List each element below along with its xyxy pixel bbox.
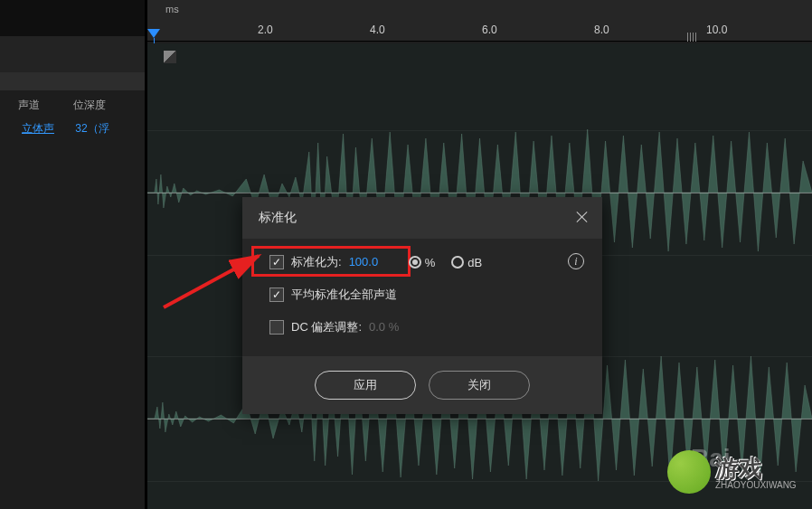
apply-button[interactable]: 应用 [315,371,416,400]
ruler-unit: ms [165,4,179,14]
ruler-tick: 4.0 [370,24,385,36]
dc-offset-value: 0.0 % [369,320,405,335]
unit-percent-label: % [425,256,436,269]
sidebar-file-row[interactable]: 立体声 32（浮 [0,121,145,141]
normalize-value-input[interactable]: 100.0 [349,255,385,269]
close-icon[interactable] [575,210,590,224]
close-button[interactable]: 关闭 [429,371,530,400]
col-bitdepth-header[interactable]: 位深度 [42,98,106,113]
avg-normalize-checkbox[interactable] [269,287,284,302]
time-ruler[interactable]: ms 2.0 4.0 6.0 8.0 10.0 [147,0,812,42]
dialog-title: 标准化 [242,197,602,239]
ruler-tick: 2.0 [258,24,273,36]
dc-offset-checkbox[interactable] [269,320,284,335]
bitdepth-value: 32（浮 [57,121,109,137]
normalize-dialog: 标准化 标准化为: 100.0 % dB 平均标准化全部声道 DC 偏差调整: … [242,197,602,414]
unit-db-radio[interactable] [451,256,464,269]
avg-normalize-label: 平均标准化全部声道 [291,287,397,303]
watermark-logo: 游戏 ZHAOYOUXIWANG [645,446,803,500]
playhead-icon[interactable] [147,29,160,38]
ruler-tick: 8.0 [594,24,609,36]
col-channel-header[interactable]: 声道 [0,98,40,113]
sidebar-column-headers: 声道 位深度 [0,98,145,118]
watermark-globe-icon [667,450,711,494]
channel-value: 立体声 [0,121,54,137]
unit-percent-radio[interactable] [409,256,421,269]
normalize-label: 标准化为: [291,254,342,270]
dc-offset-label: DC 偏差调整: [291,319,362,335]
unit-db-label: dB [467,256,482,269]
channel-toggle-icon[interactable] [164,51,176,63]
navigator-marks [685,32,713,41]
normalize-checkbox[interactable] [269,255,284,269]
info-icon[interactable]: i [568,253,584,269]
ruler-tick: 6.0 [482,24,497,36]
